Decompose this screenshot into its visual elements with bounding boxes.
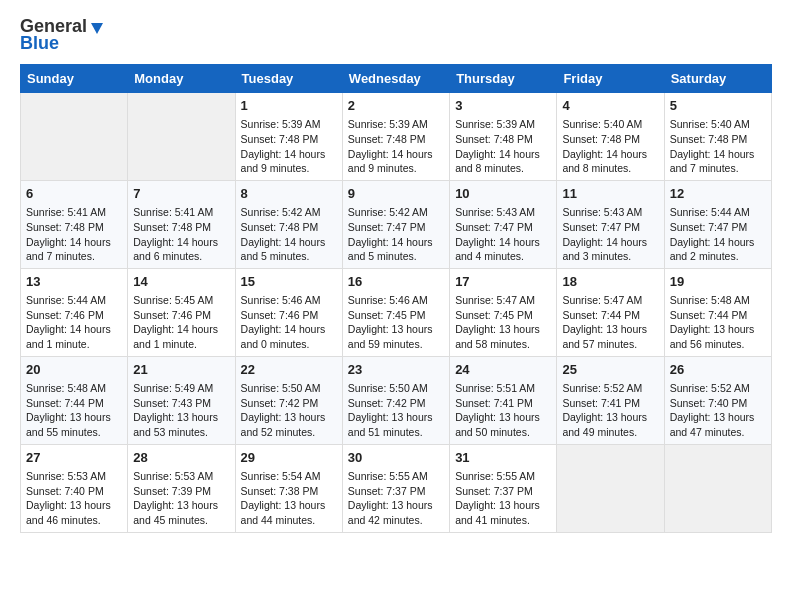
calendar-cell: 27Sunrise: 5:53 AM Sunset: 7:40 PM Dayli…	[21, 444, 128, 532]
day-info: Sunrise: 5:55 AM Sunset: 7:37 PM Dayligh…	[348, 469, 444, 528]
day-number: 18	[562, 273, 658, 291]
day-number: 16	[348, 273, 444, 291]
day-number: 10	[455, 185, 551, 203]
calendar-cell: 29Sunrise: 5:54 AM Sunset: 7:38 PM Dayli…	[235, 444, 342, 532]
calendar-cell: 30Sunrise: 5:55 AM Sunset: 7:37 PM Dayli…	[342, 444, 449, 532]
day-number: 22	[241, 361, 337, 379]
calendar-week-row: 27Sunrise: 5:53 AM Sunset: 7:40 PM Dayli…	[21, 444, 772, 532]
day-number: 2	[348, 97, 444, 115]
day-info: Sunrise: 5:40 AM Sunset: 7:48 PM Dayligh…	[670, 117, 766, 176]
calendar-cell	[21, 93, 128, 181]
day-info: Sunrise: 5:53 AM Sunset: 7:39 PM Dayligh…	[133, 469, 229, 528]
day-info: Sunrise: 5:42 AM Sunset: 7:48 PM Dayligh…	[241, 205, 337, 264]
day-number: 3	[455, 97, 551, 115]
calendar-cell: 8Sunrise: 5:42 AM Sunset: 7:48 PM Daylig…	[235, 180, 342, 268]
calendar-week-row: 20Sunrise: 5:48 AM Sunset: 7:44 PM Dayli…	[21, 356, 772, 444]
weekday-header-wednesday: Wednesday	[342, 65, 449, 93]
day-number: 8	[241, 185, 337, 203]
day-number: 17	[455, 273, 551, 291]
day-number: 27	[26, 449, 122, 467]
day-info: Sunrise: 5:46 AM Sunset: 7:46 PM Dayligh…	[241, 293, 337, 352]
weekday-header-tuesday: Tuesday	[235, 65, 342, 93]
weekday-header-row: SundayMondayTuesdayWednesdayThursdayFrid…	[21, 65, 772, 93]
day-info: Sunrise: 5:47 AM Sunset: 7:45 PM Dayligh…	[455, 293, 551, 352]
day-number: 30	[348, 449, 444, 467]
calendar-cell: 3Sunrise: 5:39 AM Sunset: 7:48 PM Daylig…	[450, 93, 557, 181]
day-info: Sunrise: 5:46 AM Sunset: 7:45 PM Dayligh…	[348, 293, 444, 352]
calendar-week-row: 1Sunrise: 5:39 AM Sunset: 7:48 PM Daylig…	[21, 93, 772, 181]
calendar-cell	[664, 444, 771, 532]
day-info: Sunrise: 5:39 AM Sunset: 7:48 PM Dayligh…	[241, 117, 337, 176]
calendar-cell: 31Sunrise: 5:55 AM Sunset: 7:37 PM Dayli…	[450, 444, 557, 532]
calendar-cell: 26Sunrise: 5:52 AM Sunset: 7:40 PM Dayli…	[664, 356, 771, 444]
calendar-cell: 14Sunrise: 5:45 AM Sunset: 7:46 PM Dayli…	[128, 268, 235, 356]
day-number: 5	[670, 97, 766, 115]
day-info: Sunrise: 5:54 AM Sunset: 7:38 PM Dayligh…	[241, 469, 337, 528]
calendar-cell: 13Sunrise: 5:44 AM Sunset: 7:46 PM Dayli…	[21, 268, 128, 356]
calendar-cell: 23Sunrise: 5:50 AM Sunset: 7:42 PM Dayli…	[342, 356, 449, 444]
day-number: 6	[26, 185, 122, 203]
day-number: 12	[670, 185, 766, 203]
calendar-cell: 6Sunrise: 5:41 AM Sunset: 7:48 PM Daylig…	[21, 180, 128, 268]
day-info: Sunrise: 5:39 AM Sunset: 7:48 PM Dayligh…	[455, 117, 551, 176]
day-number: 24	[455, 361, 551, 379]
day-info: Sunrise: 5:42 AM Sunset: 7:47 PM Dayligh…	[348, 205, 444, 264]
day-number: 31	[455, 449, 551, 467]
calendar-cell: 18Sunrise: 5:47 AM Sunset: 7:44 PM Dayli…	[557, 268, 664, 356]
day-number: 26	[670, 361, 766, 379]
day-info: Sunrise: 5:45 AM Sunset: 7:46 PM Dayligh…	[133, 293, 229, 352]
day-number: 7	[133, 185, 229, 203]
calendar-cell: 5Sunrise: 5:40 AM Sunset: 7:48 PM Daylig…	[664, 93, 771, 181]
calendar-cell: 9Sunrise: 5:42 AM Sunset: 7:47 PM Daylig…	[342, 180, 449, 268]
calendar-cell	[128, 93, 235, 181]
day-info: Sunrise: 5:41 AM Sunset: 7:48 PM Dayligh…	[133, 205, 229, 264]
day-info: Sunrise: 5:40 AM Sunset: 7:48 PM Dayligh…	[562, 117, 658, 176]
calendar-cell: 15Sunrise: 5:46 AM Sunset: 7:46 PM Dayli…	[235, 268, 342, 356]
day-number: 20	[26, 361, 122, 379]
day-info: Sunrise: 5:52 AM Sunset: 7:40 PM Dayligh…	[670, 381, 766, 440]
day-number: 11	[562, 185, 658, 203]
svg-marker-0	[91, 23, 103, 34]
day-info: Sunrise: 5:49 AM Sunset: 7:43 PM Dayligh…	[133, 381, 229, 440]
calendar-cell: 25Sunrise: 5:52 AM Sunset: 7:41 PM Dayli…	[557, 356, 664, 444]
calendar-header: SundayMondayTuesdayWednesdayThursdayFrid…	[21, 65, 772, 93]
calendar-week-row: 6Sunrise: 5:41 AM Sunset: 7:48 PM Daylig…	[21, 180, 772, 268]
calendar-week-row: 13Sunrise: 5:44 AM Sunset: 7:46 PM Dayli…	[21, 268, 772, 356]
logo: General Blue	[20, 16, 106, 54]
calendar-body: 1Sunrise: 5:39 AM Sunset: 7:48 PM Daylig…	[21, 93, 772, 533]
logo-blue-text: Blue	[20, 33, 59, 54]
calendar-cell: 1Sunrise: 5:39 AM Sunset: 7:48 PM Daylig…	[235, 93, 342, 181]
calendar-cell: 7Sunrise: 5:41 AM Sunset: 7:48 PM Daylig…	[128, 180, 235, 268]
day-info: Sunrise: 5:39 AM Sunset: 7:48 PM Dayligh…	[348, 117, 444, 176]
weekday-header-thursday: Thursday	[450, 65, 557, 93]
weekday-header-friday: Friday	[557, 65, 664, 93]
calendar-cell: 10Sunrise: 5:43 AM Sunset: 7:47 PM Dayli…	[450, 180, 557, 268]
day-number: 1	[241, 97, 337, 115]
calendar-cell: 4Sunrise: 5:40 AM Sunset: 7:48 PM Daylig…	[557, 93, 664, 181]
day-number: 14	[133, 273, 229, 291]
calendar-cell: 22Sunrise: 5:50 AM Sunset: 7:42 PM Dayli…	[235, 356, 342, 444]
day-info: Sunrise: 5:51 AM Sunset: 7:41 PM Dayligh…	[455, 381, 551, 440]
calendar-cell: 16Sunrise: 5:46 AM Sunset: 7:45 PM Dayli…	[342, 268, 449, 356]
day-info: Sunrise: 5:50 AM Sunset: 7:42 PM Dayligh…	[241, 381, 337, 440]
calendar-cell: 28Sunrise: 5:53 AM Sunset: 7:39 PM Dayli…	[128, 444, 235, 532]
day-number: 13	[26, 273, 122, 291]
day-number: 29	[241, 449, 337, 467]
day-number: 21	[133, 361, 229, 379]
calendar-cell: 20Sunrise: 5:48 AM Sunset: 7:44 PM Dayli…	[21, 356, 128, 444]
day-info: Sunrise: 5:44 AM Sunset: 7:47 PM Dayligh…	[670, 205, 766, 264]
day-info: Sunrise: 5:55 AM Sunset: 7:37 PM Dayligh…	[455, 469, 551, 528]
calendar-cell: 11Sunrise: 5:43 AM Sunset: 7:47 PM Dayli…	[557, 180, 664, 268]
calendar-cell: 17Sunrise: 5:47 AM Sunset: 7:45 PM Dayli…	[450, 268, 557, 356]
day-number: 4	[562, 97, 658, 115]
logo-arrow-icon	[88, 18, 106, 36]
calendar-table: SundayMondayTuesdayWednesdayThursdayFrid…	[20, 64, 772, 533]
calendar-cell: 19Sunrise: 5:48 AM Sunset: 7:44 PM Dayli…	[664, 268, 771, 356]
calendar-cell	[557, 444, 664, 532]
day-info: Sunrise: 5:43 AM Sunset: 7:47 PM Dayligh…	[562, 205, 658, 264]
day-number: 19	[670, 273, 766, 291]
day-info: Sunrise: 5:48 AM Sunset: 7:44 PM Dayligh…	[26, 381, 122, 440]
day-number: 28	[133, 449, 229, 467]
calendar-cell: 2Sunrise: 5:39 AM Sunset: 7:48 PM Daylig…	[342, 93, 449, 181]
day-number: 9	[348, 185, 444, 203]
